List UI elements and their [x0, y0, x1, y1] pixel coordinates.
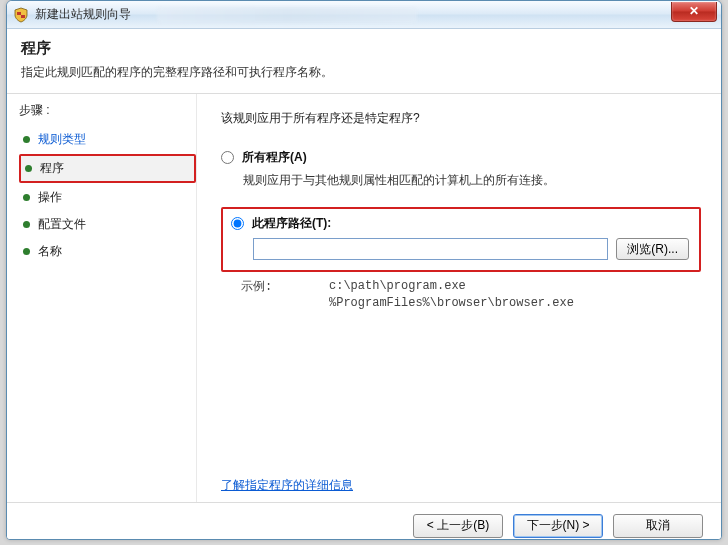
wizard-footer: < 上一步(B) 下一步(N) > 取消: [7, 502, 721, 540]
page-subtitle: 指定此规则匹配的程序的完整程序路径和可执行程序名称。: [21, 64, 707, 81]
firewall-shield-icon: [13, 7, 29, 23]
cancel-button[interactable]: 取消: [613, 514, 703, 538]
step-label: 名称: [38, 243, 62, 260]
option-this-path[interactable]: 此程序路径(T):: [231, 215, 689, 232]
titlebar: 新建出站规则向导 ✕: [7, 1, 721, 29]
wizard-body: 步骤 : 规则类型 程序 操作 配置文件: [7, 94, 721, 502]
svg-rect-0: [17, 12, 21, 15]
radio-all-programs[interactable]: [221, 151, 234, 164]
example-block: 示例: c:\path\program.exe %ProgramFiles%\b…: [241, 278, 701, 312]
step-bullet-icon: [23, 248, 30, 255]
step-bullet-icon: [23, 136, 30, 143]
step-bullet-icon: [23, 221, 30, 228]
step-bullet-icon: [25, 165, 32, 172]
learn-more-link[interactable]: 了解指定程序的详细信息: [221, 477, 353, 494]
option-all-programs[interactable]: 所有程序(A): [221, 149, 701, 166]
option-all-desc: 规则应用于与其他规则属性相匹配的计算机上的所有连接。: [243, 172, 701, 189]
example-label: 示例:: [241, 278, 329, 312]
step-rule-type[interactable]: 规则类型: [19, 127, 196, 152]
next-button[interactable]: 下一步(N) >: [513, 514, 603, 538]
step-label: 配置文件: [38, 216, 86, 233]
option-all-label: 所有程序(A): [242, 149, 307, 166]
step-action[interactable]: 操作: [19, 185, 196, 210]
step-bullet-icon: [23, 194, 30, 201]
svg-rect-1: [21, 15, 25, 18]
wizard-window: 新建出站规则向导 ✕ 程序 指定此规则匹配的程序的完整程序路径和可执行程序名称。…: [6, 0, 722, 540]
step-profile[interactable]: 配置文件: [19, 212, 196, 237]
step-label: 程序: [40, 160, 64, 177]
example-body: c:\path\program.exe %ProgramFiles%\brows…: [329, 278, 574, 312]
step-program[interactable]: 程序: [19, 154, 196, 183]
close-button[interactable]: ✕: [671, 2, 717, 22]
step-label: 规则类型: [38, 131, 86, 148]
redacted-url: [157, 7, 417, 23]
window-title: 新建出站规则向导: [35, 6, 131, 23]
step-name[interactable]: 名称: [19, 239, 196, 264]
wizard-header: 程序 指定此规则匹配的程序的完整程序路径和可执行程序名称。: [7, 29, 721, 94]
program-path-input[interactable]: [253, 238, 608, 260]
steps-sidebar: 步骤 : 规则类型 程序 操作 配置文件: [7, 94, 197, 502]
main-panel: 该规则应用于所有程序还是特定程序? 所有程序(A) 规则应用于与其他规则属性相匹…: [197, 94, 721, 502]
page-title: 程序: [21, 39, 707, 58]
step-label: 操作: [38, 189, 62, 206]
back-button[interactable]: < 上一步(B): [413, 514, 503, 538]
option-path-label: 此程序路径(T):: [252, 215, 331, 232]
browse-button[interactable]: 浏览(R)...: [616, 238, 689, 260]
radio-this-path[interactable]: [231, 217, 244, 230]
question-text: 该规则应用于所有程序还是特定程序?: [221, 110, 701, 127]
close-icon: ✕: [689, 4, 699, 18]
option-this-path-block: 此程序路径(T): 浏览(R)...: [221, 207, 701, 272]
steps-label: 步骤 :: [19, 102, 196, 119]
